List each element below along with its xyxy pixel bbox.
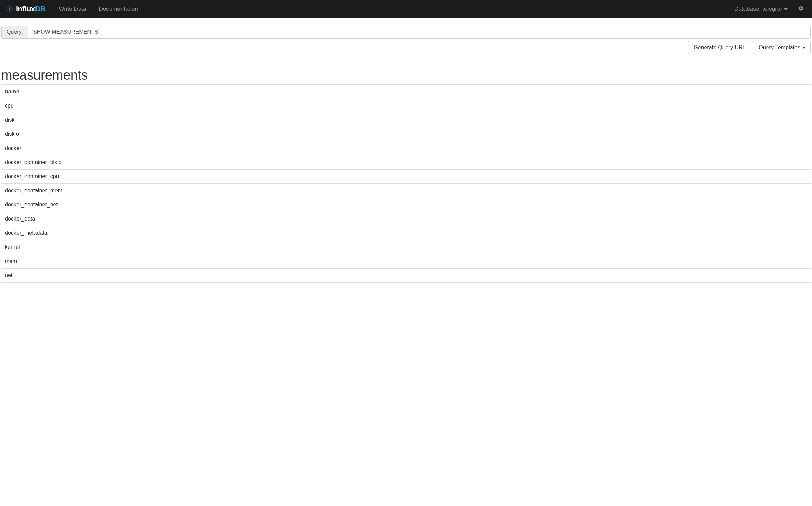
results-title: measurements [1, 68, 811, 83]
table-row: kernel [1, 240, 811, 254]
svg-point-7 [7, 10, 8, 11]
query-actions-row: Generate Query URL Query Templates [1, 41, 811, 54]
measurement-name-cell: mem [1, 254, 811, 269]
svg-point-2 [9, 11, 10, 12]
svg-point-8 [11, 10, 12, 11]
brand-text-influx: Influx [16, 4, 35, 13]
svg-point-3 [6, 8, 7, 9]
table-row: cpu [1, 99, 811, 113]
query-input[interactable] [28, 26, 810, 38]
measurement-name-cell: docker_container_net [1, 198, 811, 212]
table-row: diskio [1, 127, 811, 141]
table-row: docker_data [1, 212, 811, 226]
influxdb-logo-icon [6, 5, 14, 13]
svg-point-1 [9, 6, 10, 7]
top-navbar: InfluxDB Write Data Documentation Databa… [0, 0, 812, 18]
measurement-name-cell: docker_container_cpu [1, 170, 811, 184]
nav-write-data[interactable]: Write Data [52, 6, 92, 12]
caret-down-icon [784, 8, 788, 10]
settings-button[interactable] [792, 5, 806, 13]
measurement-name-cell: kernel [1, 240, 811, 254]
measurement-name-cell: docker_data [1, 212, 811, 226]
table-row: docker_container_cpu [1, 170, 811, 184]
measurement-name-cell: docker [1, 141, 811, 155]
table-row: docker [1, 141, 811, 155]
measurement-name-cell: docker_container_mem [1, 184, 811, 198]
svg-point-0 [9, 8, 10, 10]
query-label: Query: [2, 26, 28, 38]
table-row: docker_container_mem [1, 184, 811, 198]
brand-text-db: DB [35, 4, 46, 13]
caret-down-icon [802, 47, 805, 49]
svg-point-4 [12, 8, 13, 9]
table-row: docker_container_blkio [1, 155, 811, 170]
brand-logo[interactable]: InfluxDB [6, 4, 45, 13]
svg-point-6 [11, 7, 12, 8]
table-row: disk [1, 113, 811, 127]
table-row: docker_metadata [1, 226, 811, 240]
main-container: Query: Generate Query URL Query Template… [0, 18, 812, 283]
table-row: mem [1, 254, 811, 269]
query-input-group: Query: [1, 26, 811, 39]
database-selector[interactable]: Database: telegraf [729, 6, 792, 12]
table-row: net [1, 269, 811, 283]
query-templates-button[interactable]: Query Templates [753, 41, 811, 54]
measurement-name-cell: docker_container_blkio [1, 155, 811, 170]
column-header-name: name [1, 84, 811, 99]
measurement-name-cell: cpu [1, 99, 811, 113]
gear-icon [798, 5, 804, 11]
svg-point-5 [7, 7, 8, 8]
generate-query-url-label: Generate Query URL [694, 44, 746, 51]
generate-query-url-button[interactable]: Generate Query URL [688, 41, 751, 54]
results-table: name cpudiskdiskiodockerdocker_container… [1, 84, 811, 283]
measurement-name-cell: docker_metadata [1, 226, 811, 240]
nav-documentation[interactable]: Documentation [92, 6, 144, 12]
database-selector-label: Database: telegraf [734, 6, 782, 12]
query-templates-label: Query Templates [759, 44, 800, 51]
table-row: docker_container_net [1, 198, 811, 212]
measurement-name-cell: disk [1, 113, 811, 127]
measurement-name-cell: diskio [1, 127, 811, 141]
measurement-name-cell: net [1, 269, 811, 283]
brand-text: InfluxDB [16, 4, 45, 13]
